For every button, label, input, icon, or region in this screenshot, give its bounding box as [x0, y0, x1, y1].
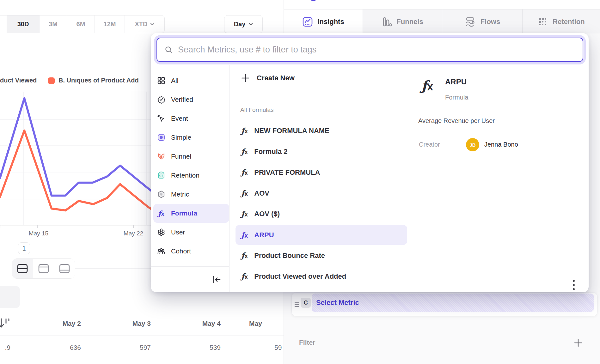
xtd-label: XTD — [135, 21, 148, 28]
formula-list-item[interactable]: ƒx Formula 2 — [236, 142, 407, 161]
sidebar-item-retention[interactable]: Retention — [153, 167, 229, 184]
table-cell: 539 — [167, 344, 221, 351]
time-range-3m-button[interactable]: 3M — [39, 15, 67, 33]
metric-builder-row: C Select Metric — [291, 292, 597, 316]
detail-fx-icon: ƒx — [421, 79, 433, 93]
layout-chart-only-button[interactable] — [33, 259, 54, 278]
formula-list-item[interactable]: ƒx NEW FORMULA NAME — [236, 121, 407, 141]
tab-funnels[interactable]: Funnels — [363, 9, 442, 34]
create-new-divider — [229, 97, 413, 97]
sidebar-item-verified[interactable]: Verified — [153, 91, 229, 108]
granularity-dropdown[interactable]: Day — [224, 15, 263, 33]
x-axis-ticks — [1, 225, 133, 228]
sidebar-item-user[interactable]: User — [153, 223, 229, 241]
table-header-may5-cut[interactable]: May — [249, 320, 284, 327]
sidebar-item-label: Metric — [171, 191, 189, 198]
x-tick-label-may22: May 22 — [118, 230, 149, 237]
table-header-may2[interactable]: May 2 — [27, 320, 81, 327]
fx-icon: ƒx — [241, 252, 248, 259]
formula-list-item[interactable]: ƒx Product Viewed over Added — [236, 266, 407, 286]
layout-table-only-icon — [58, 264, 70, 274]
formula-name: AOV ($) — [254, 210, 280, 218]
retention-metric-icon — [157, 171, 165, 179]
kebab-menu-button[interactable] — [572, 279, 575, 292]
tab-divider — [442, 9, 442, 34]
time-range-segmented-control: 30D 3M 6M 12M XTD — [0, 15, 165, 33]
tab-label: Insights — [317, 18, 344, 26]
table-header-divider — [0, 336, 284, 336]
fx-icon: ƒx — [241, 127, 248, 135]
sidebar-item-metric[interactable]: Metric — [153, 185, 229, 203]
layout-table-only-button[interactable] — [54, 259, 75, 278]
legend-item-b-label[interactable]: B. Uniques of Product Add — [58, 77, 151, 84]
formula-list-item[interactable]: ƒx AOV ($) — [236, 204, 407, 224]
event-cursor-icon — [157, 114, 165, 123]
legend-item-a-label[interactable]: duct Viewed — [0, 77, 40, 84]
select-metric-button[interactable]: Select Metric — [312, 294, 594, 312]
metric-hexagon-icon — [157, 190, 165, 198]
sort-descending-icon[interactable] — [0, 317, 11, 329]
detail-creator-label: Creator — [419, 141, 440, 148]
table-cell-cut: 59 — [274, 344, 284, 351]
formula-name: Product Bounce Rate — [254, 252, 325, 260]
tab-insights[interactable]: Insights — [284, 9, 363, 34]
table-row-frozen-cell: .9 — [0, 344, 10, 351]
tab-divider — [522, 9, 523, 34]
grid-icon — [157, 76, 165, 85]
sidebar-item-all[interactable]: All — [153, 72, 229, 89]
chevron-down-icon — [150, 23, 155, 26]
fx-icon: ƒx — [241, 210, 248, 218]
funnels-icon — [381, 16, 392, 27]
sidebar-item-label: Verified — [171, 96, 193, 103]
sidebar-item-label: Retention — [171, 172, 199, 179]
x-tick-label-may15: May 15 — [23, 230, 54, 237]
formula-list-item[interactable]: ƒx PRIVATE FORMULA — [236, 162, 407, 182]
search-icon — [165, 46, 173, 54]
table-header-may4[interactable]: May 4 — [167, 320, 221, 327]
simple-metric-icon — [157, 133, 165, 142]
formula-list-item-selected[interactable]: ƒx ARPU — [236, 225, 407, 245]
layout-split-button[interactable] — [12, 259, 33, 278]
formula-name: PRIVATE FORMULA — [254, 168, 320, 177]
sidebar-item-event[interactable]: Event — [153, 110, 229, 127]
sidebar-item-formula[interactable]: ƒx Formula — [153, 204, 229, 223]
creator-avatar: JB — [466, 138, 479, 151]
table-header-may3[interactable]: May 3 — [97, 320, 151, 327]
create-new-label: Create New — [257, 74, 295, 82]
time-range-stub-button[interactable] — [0, 15, 7, 33]
fx-icon: ƒx — [241, 148, 248, 155]
sidebar-item-label: Cohort — [171, 247, 191, 255]
sidebar-item-simple[interactable]: Simple — [153, 129, 229, 146]
formula-list-item[interactable]: ƒx Product Bounce Rate — [236, 246, 407, 265]
funnel-metric-icon — [157, 152, 165, 161]
tab-flows[interactable]: Flows — [442, 9, 522, 34]
formula-list-item[interactable]: ƒx AOV — [236, 183, 407, 203]
create-new-button[interactable]: Create New — [241, 74, 295, 82]
layout-toggle-group — [12, 258, 75, 279]
add-filter-button[interactable] — [573, 338, 583, 348]
fx-icon: ƒx — [241, 190, 248, 197]
time-range-30d-button[interactable]: 30D — [7, 15, 39, 33]
sidebar-item-cohort[interactable]: Cohort — [153, 242, 229, 260]
time-range-xtd-dropdown[interactable]: XTD — [125, 15, 164, 33]
search-input[interactable] — [177, 45, 583, 55]
insights-chart-icon — [302, 16, 313, 27]
sidebar-item-funnel[interactable]: Funnel — [153, 148, 229, 165]
drag-handle-icon[interactable] — [294, 302, 300, 307]
filter-section-label: Filter — [299, 339, 315, 346]
collapse-sidebar-button[interactable] — [212, 275, 222, 284]
time-range-6m-button[interactable]: 6M — [67, 15, 95, 33]
formula-name: ARPU — [254, 231, 274, 239]
time-range-12m-button[interactable]: 12M — [95, 15, 125, 33]
view-tab-strip: Insights Funnels Flows — [284, 9, 600, 33]
layout-chart-only-icon — [38, 264, 50, 274]
verified-badge-icon — [157, 95, 165, 104]
cohort-people-icon — [157, 247, 165, 255]
page-number-box[interactable]: 1 — [18, 242, 30, 254]
detail-pane-divider — [413, 65, 413, 292]
detail-type: Formula — [445, 94, 468, 101]
legend-swatch-b — [48, 77, 55, 84]
formula-name: AOV — [254, 189, 269, 197]
fx-icon: ƒx — [241, 231, 248, 239]
tab-retention[interactable]: Retention — [522, 9, 600, 34]
